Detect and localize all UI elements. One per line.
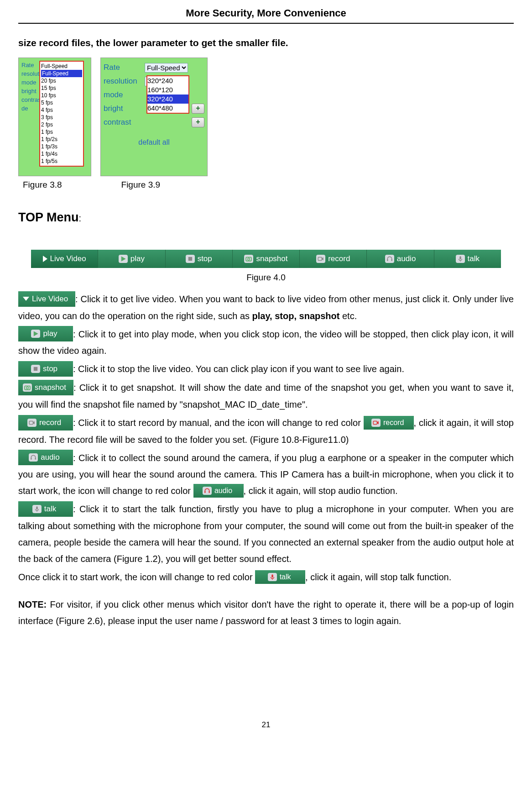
svg-marker-0 xyxy=(121,256,126,261)
opt-1-2s[interactable]: 1 fp/2s xyxy=(41,136,82,143)
talk-button-active[interactable]: talk xyxy=(255,570,305,584)
record-icon xyxy=(27,419,37,427)
svg-rect-18 xyxy=(31,458,31,460)
svg-rect-1 xyxy=(188,257,192,261)
camera-icon xyxy=(244,255,253,263)
menu-talk[interactable]: talk xyxy=(434,250,501,268)
svg-rect-16 xyxy=(373,421,377,424)
caption-3-9: Figure 3.9 xyxy=(121,180,161,190)
record-para: record : Click it to start record by man… xyxy=(18,415,514,448)
resolution-dropdown-open[interactable]: 320*240 160*120 320*240 640*480 xyxy=(146,75,189,114)
bright-plus[interactable]: + xyxy=(192,104,204,114)
svg-rect-8 xyxy=(459,256,461,259)
svg-marker-10 xyxy=(34,331,38,336)
audio-button-active[interactable]: audio xyxy=(193,484,244,498)
svg-point-3 xyxy=(248,258,250,260)
svg-rect-19 xyxy=(35,458,36,460)
menu-play[interactable]: play xyxy=(98,250,165,268)
play-icon xyxy=(31,330,40,338)
opt-5[interactable]: 5 fps xyxy=(41,99,82,106)
play-triangle-icon xyxy=(43,256,47,262)
mic-icon xyxy=(456,255,465,263)
lbl39-rate: Rate xyxy=(104,63,145,72)
opt-2[interactable]: 2 fps xyxy=(41,121,82,128)
svg-rect-7 xyxy=(391,259,392,261)
talk-button[interactable]: talk xyxy=(18,501,73,517)
stop-button[interactable]: stop xyxy=(18,361,73,377)
default-all-link[interactable]: default all xyxy=(104,138,204,147)
top-menu-heading: TOP Menu: xyxy=(18,210,514,225)
record-icon-red xyxy=(371,419,381,427)
page-number: 21 xyxy=(18,720,514,743)
record-icon xyxy=(316,255,325,263)
audio-para: audio : Click it to collect the sound ar… xyxy=(18,450,514,499)
stop-para: stop : Click it to stop the live video. … xyxy=(18,361,514,378)
headphone-icon-red xyxy=(203,487,212,495)
stop-icon xyxy=(31,365,40,373)
svg-rect-21 xyxy=(209,491,209,493)
res-top[interactable]: 320*240 xyxy=(147,76,188,85)
opt-full-sel[interactable]: Full-Speed xyxy=(41,70,82,77)
mic-icon-red xyxy=(268,573,277,581)
opt-full-top[interactable]: Full-Speed xyxy=(41,63,82,70)
svg-point-13 xyxy=(26,387,29,389)
opt-1-3s[interactable]: 1 fp/3s xyxy=(41,143,82,150)
svg-rect-20 xyxy=(204,491,205,493)
live-video-para: Live Video : Click it to get live video.… xyxy=(18,291,514,324)
audio-button[interactable]: audio xyxy=(18,450,73,465)
record-button-active[interactable]: record xyxy=(364,416,414,430)
lbl39-res: resolution xyxy=(104,77,145,86)
opt-1[interactable]: 1 fps xyxy=(41,128,82,136)
figure-3-9-panel: Rate Full-Speed resolution 320*240 mode … xyxy=(100,58,208,176)
opt-15[interactable]: 15 fps xyxy=(41,84,82,92)
top-menu-bar: Live Video play stop snapshot record aud… xyxy=(31,250,501,268)
menu-audio[interactable]: audio xyxy=(367,250,434,268)
mic-icon xyxy=(32,505,42,513)
figures-row: Rate resolution mode bright contrast de … xyxy=(18,58,514,176)
caption-4-0: Figure 4.0 xyxy=(18,273,514,283)
headphone-icon xyxy=(385,255,394,263)
opt-20[interactable]: 20 fps xyxy=(41,77,82,84)
opt-3[interactable]: 3 fps xyxy=(41,114,82,121)
talk-para: talk : Click it to start the talk functi… xyxy=(18,501,514,567)
res-160[interactable]: 160*120 xyxy=(147,85,188,94)
res-640[interactable]: 640*480 xyxy=(147,104,188,113)
opt-10[interactable]: 10 fps xyxy=(41,92,82,99)
rate-select[interactable]: Full-Speed xyxy=(145,63,188,73)
res-320-sel[interactable]: 320*240 xyxy=(147,94,188,104)
chevron-down-icon xyxy=(23,297,29,301)
menu-stop[interactable]: stop xyxy=(166,250,233,268)
record-button[interactable]: record xyxy=(18,415,73,430)
svg-rect-24 xyxy=(271,574,273,578)
note-para: NOTE: For visitor, if you click other me… xyxy=(18,596,514,629)
lbl39-mode: mode xyxy=(104,90,145,100)
svg-rect-4 xyxy=(318,257,322,261)
opt-4[interactable]: 4 fps xyxy=(41,106,82,114)
live-video-button[interactable]: Live Video xyxy=(18,291,75,307)
opt-1-5s[interactable]: 1 fp/5s xyxy=(41,158,82,165)
snapshot-para: snapshot : Click it to get snapshot. It … xyxy=(18,379,514,413)
menu-live-video[interactable]: Live Video xyxy=(31,250,98,268)
play-para: play : Click it to get into play mode, w… xyxy=(18,326,514,359)
caption-3-8: Figure 3.8 xyxy=(23,180,62,190)
menu-snapshot[interactable]: snapshot xyxy=(233,250,300,268)
svg-rect-22 xyxy=(36,506,38,509)
svg-rect-14 xyxy=(29,421,33,424)
rate-dropdown-open[interactable]: Full-Speed Full-Speed 20 fps 15 fps 10 f… xyxy=(39,61,84,167)
camera-icon xyxy=(23,383,32,392)
intro-text: size record files, the lower parameter t… xyxy=(18,37,514,48)
opt-1-4s[interactable]: 1 fp/4s xyxy=(41,150,82,158)
figure-3-8-panel: Rate resolution mode bright contrast de … xyxy=(18,58,91,176)
snapshot-button[interactable]: snapshot xyxy=(18,380,73,395)
talk-para-2: Once click it to start work, the icon wi… xyxy=(18,569,514,585)
svg-rect-6 xyxy=(387,259,388,261)
play-button[interactable]: play xyxy=(18,326,73,341)
stop-icon xyxy=(186,255,195,263)
contrast-plus[interactable]: + xyxy=(192,117,204,127)
lbl39-bright: bright xyxy=(104,104,145,113)
page-header: More Security, More Convenience xyxy=(18,0,514,24)
lbl39-contrast: contrast xyxy=(104,118,145,127)
headphone-icon xyxy=(29,453,38,462)
menu-record[interactable]: record xyxy=(300,250,367,268)
play-icon xyxy=(119,255,128,263)
